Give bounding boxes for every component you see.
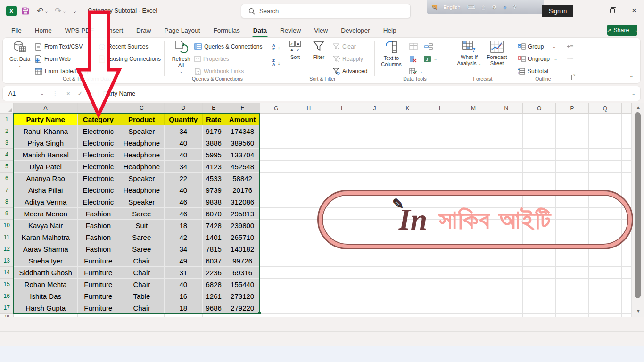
empty-cell[interactable] — [523, 290, 556, 302]
cell-F4[interactable]: 133704 — [225, 149, 260, 161]
empty-cell[interactable] — [391, 161, 424, 173]
cell-D11[interactable]: 42 — [164, 231, 202, 243]
column-header-Q[interactable]: Q — [589, 103, 622, 114]
cell-D7[interactable]: 40 — [164, 184, 202, 196]
empty-cell[interactable] — [589, 243, 622, 255]
data-validation-icon[interactable]: ⌄ — [409, 66, 423, 76]
cell-C8[interactable]: Speaker — [119, 196, 164, 208]
sort-az-button[interactable]: AZ↓ — [272, 42, 280, 53]
cell-E14[interactable]: 2236 — [202, 267, 225, 279]
cell-E10[interactable]: 7428 — [202, 220, 225, 231]
row-header-9[interactable]: 9 — [0, 208, 14, 220]
empty-cell[interactable] — [490, 161, 523, 173]
empty-cell[interactable] — [589, 267, 622, 279]
cell-C5[interactable]: Headphone — [119, 161, 164, 173]
empty-cell[interactable] — [292, 302, 325, 314]
empty-cell[interactable] — [424, 231, 457, 243]
tab-wps-pdf[interactable]: WPS PDF — [58, 23, 101, 37]
cell-F16[interactable]: 273120 — [225, 290, 260, 302]
empty-cell[interactable] — [292, 231, 325, 243]
empty-cell[interactable] — [292, 161, 325, 173]
empty-cell[interactable] — [260, 161, 292, 173]
empty-cell[interactable] — [589, 290, 622, 302]
empty-cell[interactable] — [260, 220, 292, 231]
empty-cell[interactable] — [391, 243, 424, 255]
empty-cell[interactable] — [556, 137, 589, 149]
cell-F13[interactable]: 99726 — [225, 255, 260, 267]
cell-A9[interactable]: Meera Menon — [13, 208, 77, 220]
cell-C14[interactable]: Chair — [119, 267, 164, 279]
empty-cell[interactable] — [260, 243, 292, 255]
cell-F7[interactable]: 20176 — [225, 184, 260, 196]
empty-cell[interactable] — [490, 220, 523, 231]
column-header-I[interactable]: I — [325, 103, 358, 114]
empty-cell[interactable] — [589, 149, 622, 161]
cell-D16[interactable]: 16 — [164, 290, 202, 302]
cell-B8[interactable]: Electronic — [77, 196, 119, 208]
cell-A4[interactable]: Manish Bansal — [13, 149, 77, 161]
empty-cell[interactable] — [556, 208, 589, 220]
cell-E17[interactable]: 9686 — [202, 302, 225, 314]
existing-connections-button[interactable]: Existing Connections — [99, 54, 161, 64]
empty-cell[interactable] — [490, 279, 523, 290]
empty-cell[interactable] — [457, 231, 490, 243]
forecast-sheet-button[interactable]: Forecast Sheet — [485, 41, 509, 66]
column-header-H[interactable]: H — [292, 103, 325, 114]
close-button[interactable]: × — [627, 5, 641, 17]
qat-customize-button[interactable]: ⌄̄ — [73, 5, 77, 17]
cell-A12[interactable]: Aarav Sharma — [13, 243, 77, 255]
empty-cell[interactable] — [621, 290, 631, 302]
cell-B16[interactable]: Furniture — [77, 290, 119, 302]
empty-cell[interactable] — [260, 184, 292, 196]
name-box[interactable]: A1 ⌄ — [3, 90, 48, 97]
column-header-P[interactable]: P — [556, 103, 589, 114]
from-text-csv-button[interactable]: From Text/CSV — [35, 41, 83, 52]
cell-E16[interactable]: 1261 — [202, 290, 225, 302]
empty-cell[interactable] — [556, 220, 589, 231]
empty-cell[interactable] — [523, 220, 556, 231]
get-data-button[interactable]: Get Data⌄ — [8, 41, 32, 68]
fill-handle[interactable] — [258, 312, 261, 315]
keyboard-icon[interactable]: ⌨ — [467, 4, 475, 10]
cell-C15[interactable]: Chair — [119, 279, 164, 290]
cell-E3[interactable]: 3886 — [202, 137, 225, 149]
empty-cell[interactable] — [292, 149, 325, 161]
empty-cell[interactable] — [325, 125, 358, 137]
cell-C2[interactable]: Speaker — [119, 125, 164, 137]
empty-cell[interactable] — [424, 302, 457, 314]
empty-cell[interactable] — [358, 184, 391, 196]
row-header-3[interactable]: 3 — [0, 137, 14, 149]
empty-cell[interactable] — [358, 290, 391, 302]
empty-cell[interactable] — [457, 267, 490, 279]
empty-cell[interactable] — [556, 267, 589, 279]
cell-C3[interactable]: Headphone — [119, 137, 164, 149]
redo-button[interactable]: ↷⌄ — [55, 5, 66, 17]
column-header-K[interactable]: K — [391, 103, 424, 114]
row-header-8[interactable]: 8 — [0, 196, 14, 208]
select-all-corner[interactable] — [0, 103, 14, 114]
empty-cell[interactable] — [621, 125, 631, 137]
ungroup-button[interactable]: Ungroup⌄ — [518, 54, 557, 64]
empty-cell[interactable] — [589, 302, 622, 314]
minimize-button[interactable]: — — [581, 5, 595, 17]
empty-cell[interactable] — [325, 231, 358, 243]
empty-cell[interactable] — [523, 279, 556, 290]
empty-cell[interactable] — [424, 125, 457, 137]
empty-cell[interactable] — [589, 208, 622, 220]
row-header-12[interactable]: 12 — [0, 243, 14, 255]
empty-cell[interactable] — [621, 161, 631, 173]
cell-B3[interactable]: Electronic — [77, 137, 119, 149]
row-header-16[interactable]: 16 — [0, 290, 14, 302]
row-header-11[interactable]: 11 — [0, 231, 14, 243]
cell-E7[interactable]: 9739 — [202, 184, 225, 196]
show-detail-button[interactable]: +≡ — [567, 41, 573, 52]
empty-cell[interactable] — [589, 220, 622, 231]
cell-F17[interactable]: 279220 — [225, 302, 260, 314]
cell-C13[interactable]: Chair — [119, 255, 164, 267]
tab-help[interactable]: Help — [377, 23, 403, 37]
cell-B13[interactable]: Furniture — [77, 255, 119, 267]
empty-cell[interactable] — [391, 290, 424, 302]
empty-cell[interactable] — [260, 137, 292, 149]
empty-cell[interactable] — [556, 290, 589, 302]
empty-cell[interactable] — [621, 184, 631, 196]
